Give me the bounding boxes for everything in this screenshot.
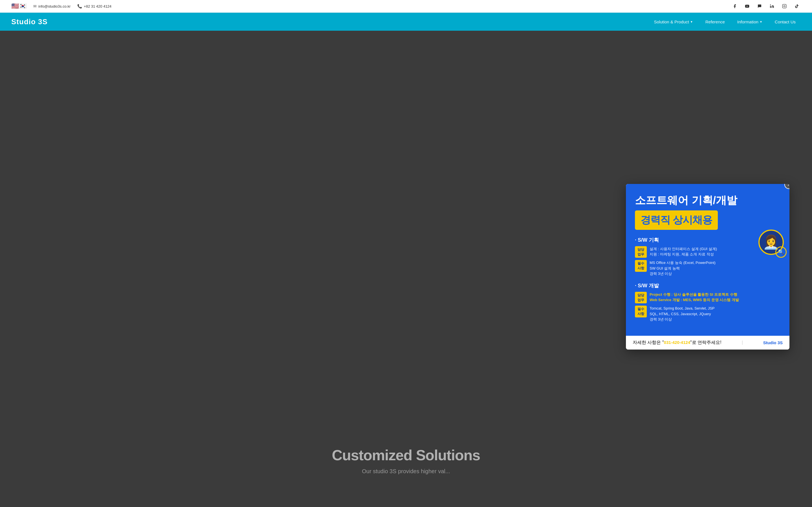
nav-links: Solution & Product ▼ Reference Informati… [649, 17, 801, 26]
phone-contact: 📞 +82 31 420 4124 [77, 4, 111, 8]
instagram-icon[interactable] [780, 2, 788, 10]
section2-row2: 필수 사항 Tomcat, Spring Boot, Java, Servlet… [635, 305, 780, 322]
popup-main-title: 소프트웨어 기획/개발 [635, 194, 780, 207]
nav-item-reference[interactable]: Reference [700, 17, 730, 26]
linkedin-icon[interactable] [768, 2, 776, 10]
popup-illustration: 👩‍💼 🔍 [758, 230, 784, 255]
nav-item-solution-product[interactable]: Solution & Product ▼ [649, 17, 698, 26]
tag-responsibility-2: 담당 업무 [635, 292, 647, 304]
section2-row1-text1: Project 수행 : 당사 솔루션을 활용한 SI 프로젝트 수행 [650, 292, 780, 297]
email-contact: ✉ info@studio3s.co.kr [33, 4, 70, 8]
top-bar-left: 🇺🇸🇰🇷 ✉ info@studio3s.co.kr 📞 +82 31 420 … [11, 3, 111, 10]
social-links [731, 2, 801, 10]
section1-row2: 필수 사항 MS Office 사용 능숙 (Excel, PowerPoint… [635, 260, 780, 277]
site-logo[interactable]: Studio 3S [11, 17, 48, 26]
section2-row1-text2: Web Service 개발 : MES, WMS 등의 운영 시스템 개발 [650, 297, 780, 303]
chevron-down-icon: ▼ [760, 20, 762, 23]
phone-number: +82 31 420 4124 [84, 4, 111, 8]
footer-prefix: 자세한 사항은 " [633, 340, 664, 345]
popup-footer: 자세한 사항은 "031-420-4124"로 연락주세요! | Studio … [626, 336, 790, 349]
main-content: Customized Solutions Our studio 3S provi… [0, 31, 812, 507]
section1-row2-text1: MS Office 사용 능숙 (Excel, PowerPoint) [650, 260, 780, 266]
popup-highlight-text: 경력직 상시채용 [641, 213, 712, 227]
section1-row2-text2: SW GUI 설계 능력 [650, 266, 780, 271]
svg-point-2 [770, 4, 771, 5]
facebook-icon[interactable] [731, 2, 739, 10]
top-bar: 🇺🇸🇰🇷 ✉ info@studio3s.co.kr 📞 +82 31 420 … [0, 0, 812, 13]
svg-rect-3 [782, 4, 786, 8]
footer-phone: 031-420-4124 [664, 340, 690, 345]
footer-brand: Studio 3S [763, 340, 783, 345]
tag-required-2: 필수 사항 [635, 305, 647, 318]
nav-item-contact[interactable]: Contact Us [770, 17, 801, 26]
tag-required-1: 필수 사항 [635, 260, 647, 272]
popup-highlight-box: 경력직 상시채용 [635, 210, 718, 230]
youtube-icon[interactable] [743, 2, 751, 10]
flag-icon: 🇺🇸🇰🇷 [11, 3, 27, 10]
section2-row1: 담당 업무 Project 수행 : 당사 솔루션을 활용한 SI 프로젝트 수… [635, 292, 780, 304]
magnifier-icon: 🔍 [778, 249, 784, 255]
email-address: info@studio3s.co.kr [38, 4, 70, 8]
popup-section-sw-dev: · S/W 개발 담당 업무 Project 수행 : 당사 솔루션을 활용한 … [635, 282, 780, 322]
svg-rect-1 [770, 6, 771, 8]
modal-overlay: ✕ 소프트웨어 기획/개발 경력직 상시채용 👩‍💼 🔍 [0, 31, 812, 507]
section1-row2-text3: 경력 3년 이상 [650, 271, 780, 277]
modal-container: ✕ 소프트웨어 기획/개발 경력직 상시채용 👩‍💼 🔍 [626, 184, 790, 349]
section2-row2-text3: 경력 3년 이상 [650, 317, 780, 322]
tiktok-icon[interactable] [793, 2, 801, 10]
tag-responsibility-1: 담당 업무 [635, 246, 647, 258]
chevron-down-icon: ▼ [690, 20, 693, 23]
section2-row2-text2: SQL, HTML, CSS, Javascript, JQuery [650, 311, 780, 317]
footer-divider: | [742, 340, 743, 345]
popup-footer-text: 자세한 사항은 "031-420-4124"로 연락주세요! [633, 340, 721, 346]
chat-icon[interactable] [756, 2, 763, 10]
nav-item-information[interactable]: Information ▼ [732, 17, 767, 26]
navigation-bar: Studio 3S Solution & Product ▼ Reference… [0, 13, 812, 31]
popup-content: 소프트웨어 기획/개발 경력직 상시채용 👩‍💼 🔍 [626, 184, 790, 336]
section2-row2-text1: Tomcat, Spring Boot, Java, Servlet, JSP [650, 305, 780, 311]
section2-title: · S/W 개발 [635, 282, 780, 289]
footer-suffix: "로 연락주세요! [690, 340, 721, 345]
email-icon: ✉ [33, 4, 37, 8]
phone-icon: 📞 [77, 4, 82, 8]
